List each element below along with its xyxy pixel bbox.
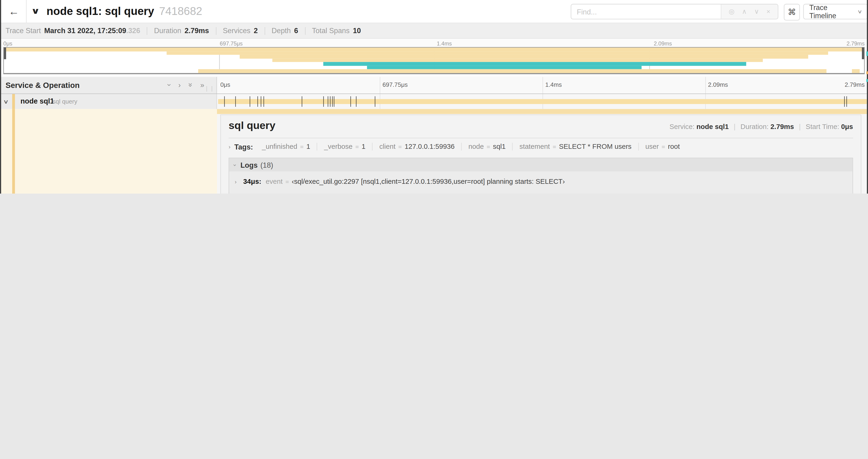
minimap-tick-label: 0μs <box>3 40 12 46</box>
log-timestamp: 34μs: <box>243 178 261 186</box>
minimap-canvas[interactable] <box>3 47 865 74</box>
span-service-name: node sql1 <box>21 97 54 105</box>
tag-item: statement=SELECT * FROM users <box>513 143 639 151</box>
summary-item: Services2 <box>223 27 258 35</box>
log-marker <box>224 96 225 107</box>
chevron-down-icon: › <box>232 164 238 166</box>
meta-divider: | <box>734 123 736 131</box>
collapse-one-icon[interactable]: › <box>166 84 173 86</box>
axis-tick-label: 2.79ms <box>845 81 865 88</box>
minimap-tick-label: 2.09ms <box>654 40 672 46</box>
span-duration-bar[interactable] <box>218 99 867 104</box>
detail-meta-value: node sql1 <box>696 123 729 131</box>
back-button[interactable]: ← <box>6 4 22 19</box>
prev-match-icon[interactable]: ∧ <box>742 8 747 15</box>
tag-key: _unfinished <box>262 143 297 151</box>
minimap-tick-label: 697.75μs <box>220 40 243 46</box>
trace-collapse-chevron-icon[interactable]: ∨ <box>31 6 40 16</box>
log-marker <box>235 96 236 107</box>
minimap-span-bar <box>323 62 746 66</box>
service-operation-title: Service & Operation <box>6 81 80 90</box>
detail-span-bar <box>217 109 867 114</box>
detail-meta-label: Start Time: <box>806 123 841 131</box>
collapse-all-icon[interactable]: » <box>187 83 194 87</box>
span-row-timeline-cell[interactable] <box>217 94 868 109</box>
minimap-tick-label: 1.4ms <box>437 40 452 46</box>
trace-minimap-section: 0μs697.75μs1.4ms2.09ms2.79ms <box>0 39 868 77</box>
expand-all-icon[interactable]: » <box>200 81 204 89</box>
timeline-header: Service & Operation › › » » ❘❘ 0μs697.75… <box>0 77 868 94</box>
minimap-span-bar <box>272 59 763 62</box>
span-operation-name: sql query <box>53 98 77 104</box>
tags-list: _unfinished=1_verbose=1client=127.0.0.1:… <box>255 143 686 151</box>
summary-value: March 31 2022, 17:25:09 <box>44 27 126 35</box>
log-marker <box>846 96 847 107</box>
span-detail-card: sql query Service: node sql1|Duration: 2… <box>220 114 861 194</box>
detail-title-row: sql query Service: node sql1|Duration: 2… <box>229 120 853 133</box>
logs-header[interactable]: › Logs (18) <box>229 158 852 172</box>
tags-label: Tags: <box>234 142 253 151</box>
span-row-name-cell[interactable]: ∨ node sql1 sql query <box>0 94 217 109</box>
expand-one-icon[interactable]: › <box>178 81 181 89</box>
trace-view-label: Trace Timeline <box>809 3 854 20</box>
minimap-axis-labels: 0μs697.75μs1.4ms2.09ms2.79ms <box>0 40 868 46</box>
jaeger-trace-page: ← ∨ node sql1: sql query7418682 ◎ ∧ ∨ × … <box>0 0 868 194</box>
summary-label: Depth <box>272 27 291 35</box>
log-marker <box>260 96 261 107</box>
summary-item: Total Spans10 <box>312 27 361 35</box>
edge-span-mark <box>866 79 868 82</box>
log-equals: = <box>285 178 289 185</box>
log-marker <box>375 96 375 107</box>
log-row[interactable]: ›80μs:event=‹sql/plan_opt.go:358 [nsql1,… <box>229 189 852 194</box>
detail-meta-value: 2.79ms <box>771 123 794 131</box>
detail-meta: Service: node sql1|Duration: 2.79ms|Star… <box>670 123 853 131</box>
summary-item: Depth6 <box>272 27 298 35</box>
minimap-span-bar <box>166 51 828 55</box>
trace-name: node sql1: sql query <box>46 5 154 17</box>
log-marker <box>302 96 302 107</box>
tag-key: client <box>379 143 396 151</box>
log-marker <box>257 96 258 107</box>
log-row[interactable]: ›34μs:event=‹sql/exec_util.go:2297 [nsql… <box>229 174 852 189</box>
tag-value: root <box>668 143 680 151</box>
axis-tick-label: 1.4ms <box>545 81 562 88</box>
minimap-right-handle[interactable] <box>862 47 864 59</box>
tag-item: client=127.0.0.1:59936 <box>373 143 462 151</box>
detail-meta-label: Service: <box>670 123 696 131</box>
log-marker <box>250 96 250 107</box>
detail-meta-label: Duration: <box>740 123 771 131</box>
column-resizer-grip[interactable]: ❘❘ <box>205 85 215 91</box>
timeline-gridline <box>542 77 543 94</box>
trace-id: 7418682 <box>159 5 202 17</box>
trace-view-selector-button[interactable]: Trace Timeline ∨ <box>803 4 868 19</box>
tag-key: user <box>645 143 659 151</box>
summary-divider <box>305 27 305 35</box>
find-input[interactable] <box>571 4 721 19</box>
span-row: ∨ node sql1 sql query <box>0 94 868 109</box>
focus-match-icon[interactable]: ◎ <box>729 8 735 15</box>
detail-operation-title: sql query <box>229 120 275 132</box>
tag-equals: = <box>355 143 359 150</box>
timeline-collapse-controls: › › » » <box>168 81 205 89</box>
summary-value: 2 <box>254 27 257 35</box>
clear-find-icon[interactable]: × <box>767 8 771 15</box>
meta-divider: | <box>799 123 801 131</box>
axis-tick-label: 2.09ms <box>708 81 728 88</box>
logs-section: › Logs (18) ›34μs:event=‹sql/exec_util.g… <box>229 158 853 194</box>
tag-equals: = <box>487 143 490 150</box>
log-field-value: ‹sql/exec_util.go:2297 [nsql1,client=127… <box>292 178 565 186</box>
tags-row[interactable]: › Tags: _unfinished=1_verbose=1client=12… <box>229 139 853 154</box>
tag-value: sql1 <box>493 143 506 151</box>
chevron-right-icon: › <box>235 193 237 194</box>
minimap-left-handle[interactable] <box>4 47 6 59</box>
summary-label: Total Spans <box>312 27 349 35</box>
summary-divider <box>147 27 147 35</box>
summary-item: Trace StartMarch 31 2022, 17:25:09.326 <box>6 27 140 35</box>
detail-meta-value: 0μs <box>841 123 853 131</box>
minimap-span-bar <box>4 47 864 51</box>
navbar-divider <box>26 0 27 23</box>
keyboard-shortcuts-button[interactable]: ⌘ <box>784 4 800 21</box>
span-collapse-chevron-icon[interactable]: ∨ <box>3 98 9 104</box>
next-match-icon[interactable]: ∨ <box>754 8 759 15</box>
edge-span-mark <box>866 52 868 56</box>
